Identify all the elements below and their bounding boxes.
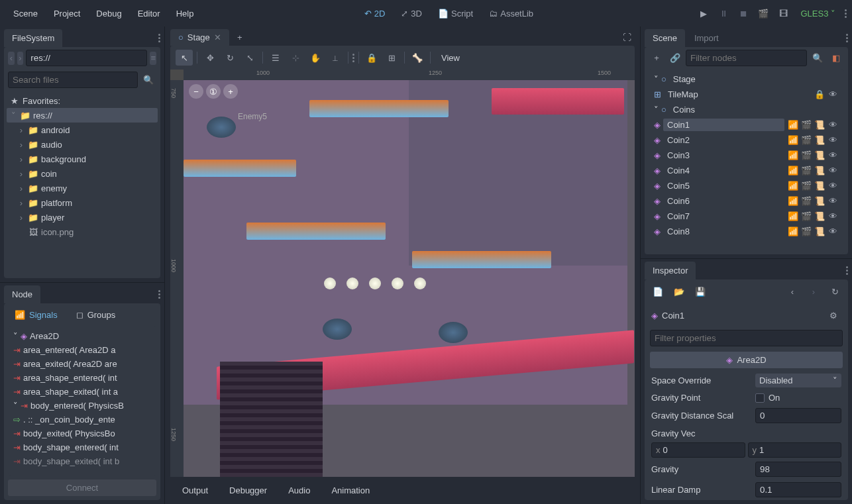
visibility-icon[interactable]: 👁: [827, 89, 839, 99]
scene-icon[interactable]: 🎬: [800, 166, 812, 176]
platform-sprite[interactable]: [492, 88, 624, 115]
scene-extra-button[interactable]: ◧: [828, 50, 844, 66]
scene-node-coin6[interactable]: ◈Coin6📶🎬📜👁: [651, 193, 841, 209]
signal-item[interactable]: ⇥body_exited( PhysicsBo: [11, 427, 154, 440]
menu-scene[interactable]: Scene: [5, 5, 46, 23]
scene-node-coin1[interactable]: ◈Coin1📶🎬📜👁: [651, 117, 841, 132]
signal-indicator-icon[interactable]: 📶: [787, 135, 799, 145]
close-tab-icon[interactable]: ✕: [214, 32, 221, 42]
type-header[interactable]: ◈Area2D: [650, 352, 843, 368]
search-icon[interactable]: 🔍: [140, 72, 156, 88]
stop-button[interactable]: ⏹: [735, 5, 751, 21]
history-back-button[interactable]: ‹: [784, 283, 800, 299]
platform-sprite[interactable]: [184, 160, 296, 177]
gravity-input[interactable]: [755, 462, 841, 477]
terrain-sprite[interactable]: [220, 362, 323, 477]
visibility-icon[interactable]: 👁: [827, 166, 839, 176]
history-forward-button[interactable]: ›: [806, 283, 822, 299]
tool-menu-icon[interactable]: [352, 54, 354, 62]
visibility-icon[interactable]: 👁: [827, 135, 839, 145]
view-menu[interactable]: View: [435, 50, 466, 66]
scene-icon[interactable]: 🎬: [800, 181, 812, 191]
play-scene-button[interactable]: 🎬: [755, 5, 771, 21]
scene-icon[interactable]: 🎬: [800, 227, 812, 236]
animation-tab[interactable]: Animation: [322, 482, 379, 499]
platform-sprite[interactable]: [246, 223, 386, 240]
import-dock-tab[interactable]: Import: [686, 29, 727, 47]
pivot-tool[interactable]: ⊹: [287, 50, 304, 66]
canvas[interactable]: Enemy5: [184, 80, 635, 477]
select-tool[interactable]: ↖: [176, 50, 193, 66]
platform-sprite[interactable]: [412, 251, 551, 268]
favorites-item[interactable]: ★Favorites:: [7, 93, 158, 108]
gravity-point-checkbox[interactable]: On: [755, 393, 841, 403]
search-icon[interactable]: 🔍: [810, 50, 825, 66]
scene-node-tilemap[interactable]: ⊞TileMap🔒👁: [651, 87, 841, 102]
script-icon[interactable]: 📜: [814, 120, 825, 130]
folder-platform[interactable]: ›📁platform: [7, 195, 158, 210]
ruler-tool[interactable]: ⟂: [327, 50, 344, 66]
lock-icon[interactable]: 🔒: [814, 89, 825, 99]
menu-editor[interactable]: Editor: [130, 5, 168, 23]
scene-icon[interactable]: 🎬: [800, 120, 812, 130]
rotate-tool[interactable]: ↻: [221, 50, 239, 66]
zoom-reset-button[interactable]: ①: [206, 84, 221, 99]
node-tab[interactable]: Node: [4, 285, 40, 303]
scene-node-coin3[interactable]: ◈Coin3📶🎬📜👁: [651, 148, 841, 163]
platform-sprite[interactable]: [309, 100, 449, 117]
gravity-vec-x-input[interactable]: x0: [651, 442, 745, 458]
scene-node-coin5[interactable]: ◈Coin5📶🎬📜👁: [651, 178, 841, 193]
linear-damp-input[interactable]: [755, 482, 841, 497]
enemy-sprite[interactable]: [439, 322, 468, 343]
instance-button[interactable]: 🔗: [667, 50, 683, 66]
list-tool[interactable]: ☰: [267, 50, 284, 66]
folder-audio[interactable]: ›📁audio: [7, 137, 158, 152]
menu-help[interactable]: Help: [168, 5, 202, 23]
signal-item[interactable]: ⇥area_shape_entered( int: [11, 371, 154, 385]
renderer-select[interactable]: GLES3 ˅: [795, 6, 841, 21]
groups-tab[interactable]: ◻Groups: [71, 307, 121, 323]
coin-sprite[interactable]: [392, 277, 403, 289]
pause-button[interactable]: ⏸: [716, 5, 731, 21]
connect-button[interactable]: Connect: [8, 479, 156, 496]
menu-project[interactable]: Project: [46, 5, 88, 23]
open-resource-button[interactable]: 📂: [671, 283, 687, 299]
signal-item[interactable]: ⇥body_shape_exited( int b: [11, 454, 154, 468]
scene-node-coin4[interactable]: ◈Coin4📶🎬📜👁: [651, 163, 841, 178]
gravity-vec-y-input[interactable]: y1: [748, 442, 842, 458]
visibility-icon[interactable]: 👁: [827, 196, 839, 206]
signal-indicator-icon[interactable]: 📶: [787, 150, 799, 160]
coin-sprite[interactable]: [369, 277, 381, 289]
script-icon[interactable]: 📜: [814, 211, 825, 221]
visibility-icon[interactable]: 👁: [827, 120, 839, 130]
filesystem-menu-icon[interactable]: [158, 34, 160, 42]
scene-icon[interactable]: 🎬: [800, 196, 812, 206]
enemy-sprite[interactable]: [323, 319, 352, 340]
scene-icon[interactable]: 🎬: [800, 150, 812, 160]
signal-item[interactable]: ⇥area_shape_exited( int a: [11, 385, 154, 399]
view-mode-button[interactable]: ≡: [150, 52, 156, 65]
signal-indicator-icon[interactable]: 📶: [787, 181, 799, 191]
scene-icon[interactable]: 🎬: [800, 135, 812, 145]
visibility-icon[interactable]: 👁: [827, 227, 839, 236]
lock-tool[interactable]: 🔒: [363, 50, 380, 66]
enemy-sprite[interactable]: [207, 117, 236, 138]
signal-indicator-icon[interactable]: 📶: [787, 166, 799, 176]
pan-tool[interactable]: ✋: [307, 50, 324, 66]
mode-3d-button[interactable]: ⤢ 3D: [394, 5, 429, 23]
signal-indicator-icon[interactable]: 📶: [787, 120, 799, 130]
output-tab[interactable]: Output: [173, 482, 217, 499]
more-icon[interactable]: [845, 9, 847, 18]
new-resource-button[interactable]: 📄: [650, 283, 666, 299]
visibility-icon[interactable]: 👁: [827, 211, 839, 221]
script-icon[interactable]: 📜: [814, 135, 825, 145]
property-filter-input[interactable]: [650, 330, 843, 346]
mode-2d-button[interactable]: ↶ 2D: [358, 5, 392, 23]
scene-node-coin8[interactable]: ◈Coin8📶🎬📜👁: [651, 224, 841, 239]
folder-coin[interactable]: ›📁coin: [7, 166, 158, 181]
2d-viewport[interactable]: 1000 1250 1500 750 1000 1250 Enemy5: [170, 70, 635, 477]
scene-node-coin2[interactable]: ◈Coin2📶🎬📜👁: [651, 132, 841, 148]
signals-tab[interactable]: 📶Signals: [9, 307, 63, 323]
add-tab-button[interactable]: +: [232, 30, 248, 46]
menu-debug[interactable]: Debug: [88, 5, 129, 23]
